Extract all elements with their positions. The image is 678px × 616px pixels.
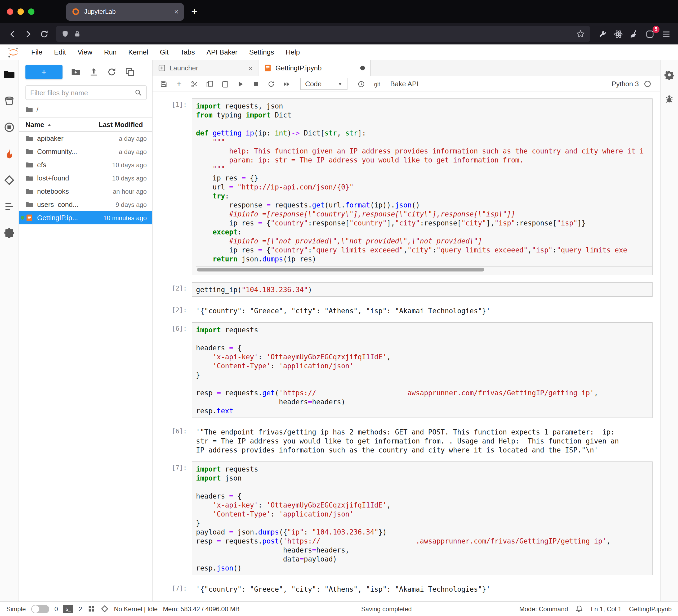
kernels-count[interactable]: 2 xyxy=(79,605,82,613)
close-window-button[interactable] xyxy=(7,8,13,15)
history-clock-icon[interactable] xyxy=(354,78,368,90)
code-line: from typing import Dict xyxy=(196,111,652,120)
menu-item-file[interactable]: File xyxy=(26,44,48,60)
lock-icon[interactable] xyxy=(74,30,81,38)
notification-bell-icon[interactable] xyxy=(575,605,583,613)
menu-item-kernel[interactable]: Kernel xyxy=(122,44,154,60)
code-cell: [7]:import requestsimport json headers =… xyxy=(158,461,652,575)
zoom-window-button[interactable] xyxy=(28,8,34,15)
save-button[interactable] xyxy=(157,78,171,90)
refresh-icon[interactable] xyxy=(107,67,116,77)
notebook-icon xyxy=(264,64,272,72)
file-row[interactable]: apibakera day ago xyxy=(19,132,152,145)
settings-gear-icon[interactable] xyxy=(664,70,674,80)
menu-item-tabs[interactable]: Tabs xyxy=(175,44,201,60)
menu-item-view[interactable]: View xyxy=(72,44,98,60)
command-mode-indicator[interactable]: Mode: Command xyxy=(519,605,568,613)
copy-cell-button[interactable] xyxy=(203,78,217,90)
menu-item-edit[interactable]: Edit xyxy=(48,44,72,60)
paste-cell-button[interactable] xyxy=(218,78,232,90)
atom-extension-icon[interactable] xyxy=(610,26,626,42)
close-tab-icon[interactable]: × xyxy=(174,7,179,16)
file-row[interactable]: lost+found10 days ago xyxy=(19,171,152,185)
upload-icon[interactable] xyxy=(89,67,99,77)
tracking-shield-icon[interactable] xyxy=(62,30,69,38)
breadcrumb-root[interactable]: / xyxy=(37,105,38,113)
code-line: headers=headers) xyxy=(196,398,652,406)
new-launcher-button[interactable]: + xyxy=(26,65,63,79)
object-storage-bucket-icon[interactable] xyxy=(4,95,15,107)
cell-editor[interactable]: getting_ip("104.103.236.34") xyxy=(192,282,652,297)
menu-item-run[interactable]: Run xyxy=(98,44,123,60)
simple-mode-toggle[interactable] xyxy=(31,605,49,613)
git-icon[interactable] xyxy=(4,175,15,186)
menu-item-api-baker[interactable]: API Baker xyxy=(201,44,243,60)
file-row[interactable]: Community...a day ago xyxy=(19,145,152,158)
home-folder-icon[interactable] xyxy=(26,106,33,113)
code-line: getting_ip("104.103.236.34") xyxy=(196,285,652,294)
forward-button[interactable] xyxy=(20,26,36,42)
kernel-status-text[interactable]: No Kernel | Idle xyxy=(114,605,158,613)
file-row[interactable]: GettingIP.ip...10 minutes ago xyxy=(19,211,152,224)
tab-launcher[interactable]: Launcher× xyxy=(153,60,259,76)
file-row[interactable]: notebooksan hour ago xyxy=(19,185,152,198)
debugger-bug-icon[interactable] xyxy=(664,94,674,104)
kernel-sessions-icon[interactable] xyxy=(87,605,96,613)
tab-gettingip-ipynb[interactable]: GettingIP.ipynb xyxy=(259,60,371,76)
broom-extension-icon[interactable] xyxy=(626,26,642,42)
address-bar[interactable] xyxy=(56,26,590,42)
git-toolbar-button[interactable]: git xyxy=(370,81,384,87)
cursor-position[interactable]: Ln 1, Col 1 xyxy=(591,605,622,613)
reload-button[interactable] xyxy=(36,26,52,42)
workspace: + / Name xyxy=(0,60,678,601)
extension-button[interactable]: 5 xyxy=(642,26,658,42)
running-sessions-icon[interactable] xyxy=(4,122,15,133)
code-line: IP address provides information such as … xyxy=(196,446,652,455)
filter-files-box[interactable] xyxy=(26,85,147,100)
file-row[interactable]: users_cond...9 days ago xyxy=(19,198,152,211)
kernel-indicator[interactable]: Python 3 xyxy=(611,80,656,88)
file-row[interactable]: efs10 days ago xyxy=(19,158,152,171)
new-folder-icon[interactable] xyxy=(71,67,80,77)
filter-files-input[interactable] xyxy=(30,89,131,96)
menu-hamburger-icon[interactable] xyxy=(658,26,674,42)
cell-horizontal-scrollbar[interactable] xyxy=(196,266,652,273)
file-browser-icon[interactable] xyxy=(4,69,15,80)
menu-item-help[interactable]: Help xyxy=(280,44,306,60)
insert-cell-button[interactable]: + xyxy=(172,78,186,90)
terminals-count[interactable]: 0 xyxy=(54,605,58,613)
run-cell-button[interactable] xyxy=(234,78,248,90)
table-of-contents-icon[interactable] xyxy=(4,201,15,212)
sort-by-modified-header[interactable]: Last Modified xyxy=(94,121,147,129)
cut-cell-button[interactable] xyxy=(188,78,201,90)
restart-run-all-button[interactable] xyxy=(280,78,294,90)
minimize-window-button[interactable] xyxy=(17,8,24,15)
extension-manager-icon[interactable] xyxy=(4,228,15,239)
close-tab-icon[interactable]: × xyxy=(249,64,253,72)
menu-item-settings[interactable]: Settings xyxy=(243,44,280,60)
git-clone-icon[interactable] xyxy=(125,67,135,77)
stop-kernel-button[interactable] xyxy=(249,78,263,90)
cell-editor[interactable]: import requests, jsonfrom typing import … xyxy=(192,98,652,275)
bake-api-button[interactable]: Bake API xyxy=(386,80,423,88)
git-branch-icon[interactable] xyxy=(101,605,109,613)
breadcrumb[interactable]: / xyxy=(19,101,152,118)
kernel-name[interactable]: Python 3 xyxy=(611,80,639,88)
browser-tab[interactable]: JupyterLab × xyxy=(66,3,184,20)
restart-kernel-button[interactable] xyxy=(264,78,278,90)
wrench-extension-icon[interactable] xyxy=(594,26,610,42)
output-area: [6]:'"The endpoint frivas/getting_ip has… xyxy=(158,425,652,455)
flame-icon[interactable] xyxy=(4,148,15,159)
bookmark-star-icon[interactable] xyxy=(576,30,585,38)
cell-editor[interactable]: import requestsimport json headers = { '… xyxy=(192,461,652,575)
sort-by-name-header[interactable]: Name xyxy=(26,121,94,129)
terminal-icon[interactable]: $_ xyxy=(63,605,73,613)
statusbar-right: Mode: Command Ln 1, Col 1 GettingIP.ipyn… xyxy=(519,605,672,613)
cell-editor[interactable]: import requests headers = { 'x-api-key':… xyxy=(192,322,652,418)
scrollbar-thumb[interactable] xyxy=(197,268,484,272)
menu-item-git[interactable]: Git xyxy=(154,44,175,60)
back-button[interactable] xyxy=(4,26,20,42)
new-tab-button[interactable]: + xyxy=(191,6,197,18)
file-modified: 10 days ago xyxy=(98,174,147,182)
cell-type-dropdown[interactable]: Code xyxy=(300,78,347,90)
